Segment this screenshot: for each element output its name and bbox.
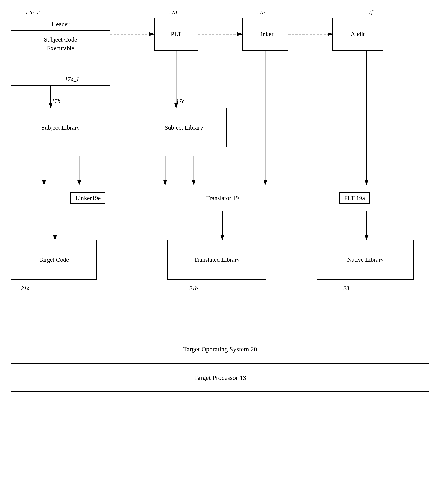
- ref-28: 28: [344, 285, 349, 292]
- translated-library-box: Translated Library: [167, 240, 266, 279]
- ref-17a2: 17a_2: [25, 9, 40, 16]
- linker19e-label: Linker19e: [71, 192, 105, 204]
- target-proc-content: Target Processor 13: [11, 364, 429, 392]
- audit-label: Audit: [351, 31, 365, 38]
- translator19-label: Translator 19: [206, 195, 239, 202]
- linker-label: Linker: [257, 31, 274, 38]
- ref-17e: 17e: [256, 9, 265, 16]
- target-code-label: Target Code: [39, 256, 69, 263]
- target-os-content: Target Operating System 20: [11, 335, 429, 363]
- subject-library-c-box: Subject Library: [141, 108, 227, 147]
- target-proc-label: Target Processor 13: [194, 374, 246, 381]
- ref-17b: 17b: [52, 98, 60, 104]
- diagram: Header Subject CodeExecutable 17a_2 17a_…: [0, 0, 448, 484]
- subject-library-b-label: Subject Library: [41, 124, 80, 131]
- audit-box: Audit: [332, 18, 383, 51]
- ref-21a: 21a: [21, 285, 30, 292]
- plt-label: PLT: [171, 31, 181, 38]
- translated-library-label: Translated Library: [194, 256, 240, 263]
- linker-box: Linker: [242, 18, 288, 51]
- ref-21b: 21b: [189, 285, 198, 292]
- ref-17a1: 17a_1: [65, 76, 79, 83]
- subject-code-label: Subject CodeExecutable: [11, 31, 110, 57]
- translator-row-box: Linker19e Translator 19 FLT 19a: [11, 185, 429, 211]
- target-os-label: Target Operating System 20: [183, 345, 257, 353]
- ref-17c: 17c: [176, 98, 184, 104]
- flt19a-label: FLT 19a: [339, 192, 370, 204]
- header-box: Header Subject CodeExecutable: [11, 18, 110, 86]
- header-label: Header: [11, 18, 110, 31]
- plt-box: PLT: [154, 18, 198, 51]
- ref-17f: 17f: [365, 9, 373, 16]
- native-library-box: Native Library: [317, 240, 414, 279]
- subject-library-c-label: Subject Library: [165, 124, 203, 131]
- target-code-box: Target Code: [11, 240, 97, 279]
- subject-library-b-box: Subject Library: [18, 108, 104, 147]
- ref-17d: 17d: [168, 9, 177, 16]
- target-system-box: Target Operating System 20 Target Proces…: [11, 334, 429, 392]
- native-library-label: Native Library: [347, 256, 384, 263]
